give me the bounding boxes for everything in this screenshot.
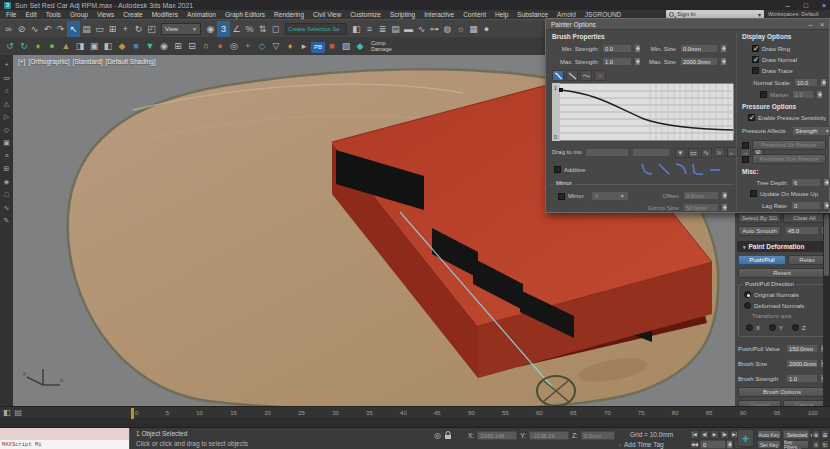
tree-depth-spinner[interactable] — [824, 178, 830, 187]
revert-button[interactable]: Revert — [738, 268, 826, 278]
preset-flat-icon[interactable] — [709, 163, 721, 175]
lag-rate-spinner[interactable] — [824, 201, 830, 210]
open-mini-listener-icon[interactable]: ◧ — [3, 408, 11, 417]
play-icon[interactable]: ▶ — [710, 430, 719, 439]
schematic-view-icon[interactable]: ⊶ — [428, 21, 441, 37]
custom-tool-icon-7[interactable]: ▣ — [87, 38, 101, 54]
physx-badge-icon[interactable]: PB — [311, 42, 325, 53]
viewport-menu-shading[interactable]: [Default Shading] — [106, 58, 156, 65]
time-slider-marker[interactable] — [131, 408, 134, 419]
predefined-size-pressure-button[interactable]: Predefined Size Pressure — [752, 154, 826, 164]
viewport-menu-standard[interactable]: [Standard] — [73, 58, 103, 65]
named-selection-set-field[interactable]: Create Selection Se — [285, 23, 347, 35]
pressure-affects-dropdown[interactable]: Strength▼ — [792, 126, 830, 136]
side-tool-icon-9[interactable]: ⊞ — [4, 165, 10, 172]
menu-item-12[interactable]: Scripting — [390, 11, 415, 18]
update-on-mouse-up-checkbox[interactable] — [750, 190, 757, 197]
predefined-size-checkbox[interactable] — [742, 156, 749, 163]
mirror-icon[interactable]: ◧ — [350, 21, 363, 37]
window-crossing-icon[interactable]: ⊞ — [106, 21, 119, 37]
menu-item-6[interactable]: Modifiers — [152, 11, 178, 18]
key-mode-toggle-icon[interactable]: ◀◀ — [690, 440, 699, 449]
menu-item-14[interactable]: Content — [463, 11, 486, 18]
zoom-icon[interactable]: ⊕ — [812, 430, 820, 439]
side-tool-icon-4[interactable]: △ — [4, 100, 9, 107]
custom-tool-icon-26[interactable]: ◆ — [353, 38, 367, 54]
edit-named-selections-icon[interactable]: ◻ — [269, 21, 282, 37]
falloff-curve-normal-icon[interactable] — [552, 70, 564, 81]
axis-x-radio[interactable] — [746, 324, 753, 331]
brush-size-field[interactable]: 2000.0mm — [786, 359, 818, 368]
brush-strength-field[interactable]: 1.0 — [786, 374, 818, 383]
frame-spinner[interactable] — [727, 440, 733, 449]
custom-tool-icon-24[interactable]: ■ — [325, 38, 339, 54]
dialog-close-button[interactable]: × — [820, 21, 824, 28]
isolate-selection-icon[interactable]: ◎ — [434, 431, 441, 440]
pan-icon[interactable]: ✛ — [812, 440, 820, 449]
workspaces-dropdown[interactable]: Workspaces: Default — [768, 10, 828, 18]
custom-tool-icon-17[interactable]: ◎ — [227, 38, 241, 54]
axis-z-radio[interactable] — [792, 324, 799, 331]
marker-checkbox[interactable] — [760, 91, 767, 98]
additive-checkbox[interactable] — [554, 166, 561, 173]
track-view-icon[interactable]: ▤ — [15, 408, 23, 417]
gizmo-size-field[interactable]: 50.0mm — [683, 203, 719, 212]
menu-item-10[interactable]: Civil View — [313, 11, 341, 18]
align-icon[interactable]: ≡ — [363, 21, 376, 37]
go-to-start-icon[interactable]: |◀ — [690, 430, 699, 439]
curve-value-field[interactable] — [632, 148, 670, 157]
offset-field[interactable]: 0.0mm — [683, 191, 719, 200]
render-production-icon[interactable]: ● — [480, 21, 493, 37]
side-tool-icon-6[interactable]: ◇ — [4, 126, 9, 133]
auto-key-button[interactable]: Auto Key — [757, 430, 781, 439]
normal-scale-spinner[interactable] — [821, 78, 827, 87]
menu-item-4[interactable]: Views — [97, 11, 114, 18]
falloff-curve-graph[interactable]: 1 0 — [552, 83, 734, 141]
offset-spinner[interactable] — [722, 191, 728, 200]
custom-tool-icon-9[interactable]: ◆ — [115, 38, 129, 54]
select-and-move-icon[interactable]: + — [119, 21, 132, 37]
falloff-curve-alt-icon[interactable] — [566, 70, 578, 81]
zoom-all-icon[interactable]: ⊞ — [821, 430, 829, 439]
selected-filter-dropdown[interactable]: Selected▼ — [783, 430, 809, 439]
marker-spinner[interactable] — [817, 90, 823, 99]
max-strength-spinner[interactable] — [635, 57, 641, 66]
menu-item-18[interactable]: JSGROUND — [585, 11, 621, 18]
side-tool-icon-5[interactable]: ▷ — [4, 113, 9, 120]
menu-item-8[interactable]: Graph Editors — [225, 11, 265, 18]
custom-tool-icon-12[interactable]: ◉ — [157, 38, 171, 54]
use-pivot-center-icon[interactable]: ◉ — [204, 21, 217, 37]
snaps-toggle-icon[interactable]: 3 — [217, 21, 230, 37]
scene-explorer-icon[interactable]: ▤ — [389, 21, 402, 37]
previous-frame-icon[interactable]: ◀| — [700, 430, 709, 439]
panel-scrollbar[interactable] — [823, 212, 830, 406]
custom-tool-icon-19[interactable]: ◇ — [255, 38, 269, 54]
custom-tool-icon-16[interactable]: ● — [213, 38, 227, 54]
curve-tool-icon-2[interactable]: ▭ — [688, 148, 699, 158]
ribbon-toggle-icon[interactable]: ▬ — [402, 21, 415, 37]
layer-manager-icon[interactable]: ≣ — [376, 21, 389, 37]
push-pull-value-field[interactable]: 150.0mm — [786, 344, 818, 353]
side-tool-icon-11[interactable]: □ — [4, 191, 8, 198]
brush-options-button[interactable]: Brush Options — [738, 387, 826, 397]
minimize-window-button[interactable]: – — [786, 2, 790, 9]
menu-item-9[interactable]: Rendering — [274, 11, 304, 18]
y-coord-field[interactable]: -1138.24 — [529, 431, 569, 440]
preset-ease-in-icon[interactable] — [641, 163, 653, 175]
render-setup-icon[interactable]: ☼ — [454, 21, 467, 37]
custom-tool-icon-25[interactable]: ▧ — [339, 38, 353, 54]
menu-item-2[interactable]: Tools — [46, 11, 61, 18]
auto-smooth-value-field[interactable]: 45.0 — [785, 226, 819, 235]
side-tool-icon-13[interactable]: ✎ — [4, 217, 10, 224]
clear-all-button[interactable]: Clear All — [783, 213, 826, 223]
side-tool-icon-1[interactable]: + — [4, 61, 8, 68]
custom-tool-icon-18[interactable]: + — [241, 38, 255, 54]
next-frame-icon[interactable]: |▶ — [720, 430, 729, 439]
curve-tool-icon-4[interactable]: ≈ — [714, 147, 725, 157]
dialog-title-bar[interactable]: Painter Options – × — [546, 19, 829, 30]
custom-tool-icon-3[interactable]: ♦ — [31, 38, 45, 54]
predefined-str-checkbox[interactable] — [742, 142, 749, 149]
custom-tool-icon-14[interactable]: ⊟ — [185, 38, 199, 54]
custom-tool-icon-5[interactable]: ▲ — [59, 38, 73, 54]
key-filters-button[interactable]: Key Filters... — [783, 440, 809, 449]
